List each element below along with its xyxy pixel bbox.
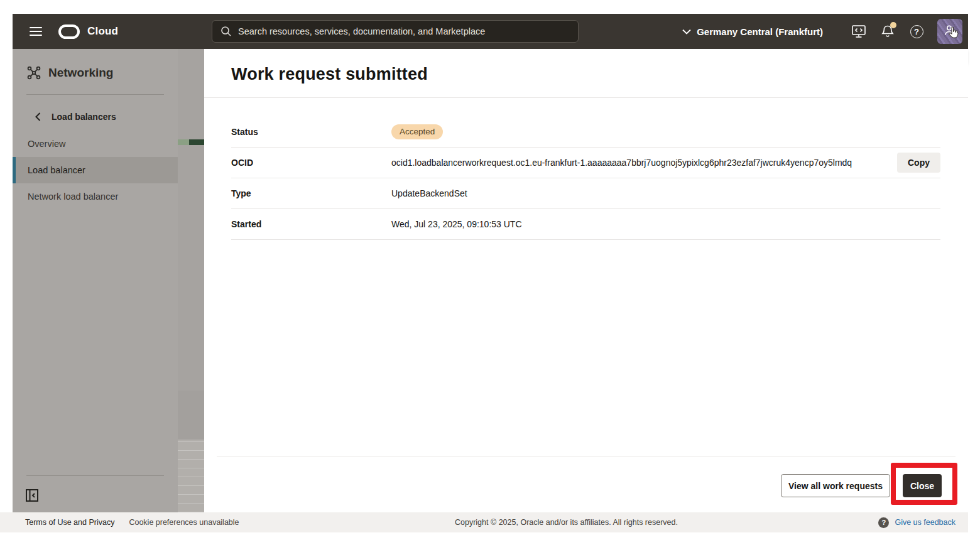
navigation-sidebar: Networking Load balancers Overview Load … (13, 49, 178, 512)
terms-link[interactable]: Terms of Use and Privacy (25, 518, 114, 527)
help-icon: ? (910, 25, 923, 38)
region-selector[interactable]: Germany Central (Frankfurt) (682, 26, 823, 37)
networking-icon (26, 65, 41, 80)
chevron-down-icon (682, 29, 691, 35)
cloud-shell-button[interactable] (851, 23, 867, 40)
row-status: Status Accepted (231, 117, 940, 148)
dimmed-map-texture (178, 440, 204, 512)
row-label: Started (231, 219, 391, 229)
close-button[interactable]: Close (903, 474, 942, 497)
dimmed-background-strip (178, 49, 204, 512)
sidebar-back-label: Load balancers (52, 112, 116, 122)
page-footer: Terms of Use and Privacy Cookie preferen… (0, 512, 968, 532)
sidebar-item-overview[interactable]: Overview (13, 131, 178, 157)
region-label: Germany Central (Frankfurt) (697, 26, 823, 37)
sidebar-item-network-load-balancer[interactable]: Network load balancer (13, 183, 178, 210)
copyright-text: Copyright © 2025, Oracle and/or its affi… (455, 512, 678, 532)
row-label: Status (231, 127, 391, 137)
started-value: Wed, Jul 23, 2025, 09:10:53 UTC (391, 219, 522, 229)
oracle-logo (58, 24, 80, 39)
title-divider (204, 97, 968, 98)
row-type: Type UpdateBackendSet (231, 178, 940, 209)
status-badge: Accepted (391, 124, 443, 139)
search-icon (220, 26, 232, 37)
row-ocid: OCID ocid1.loadbalancerworkrequest.oc1.e… (231, 148, 940, 178)
type-value: UpdateBackendSet (391, 188, 467, 198)
page-root: Cloud Germany Central (Frankfurt) (0, 0, 980, 545)
global-search[interactable] (212, 20, 579, 43)
brand-label: Cloud (87, 25, 118, 38)
actions-divider (217, 456, 956, 456)
collapse-panel-icon (25, 488, 39, 502)
console-icon (851, 24, 866, 38)
sidebar-item-load-balancer[interactable]: Load balancer (13, 157, 178, 183)
sidebar-divider (26, 94, 164, 95)
top-header: Cloud Germany Central (Frankfurt) (13, 14, 968, 49)
ocid-value: ocid1.loadbalancerworkrequest.oc1.eu-fra… (391, 158, 852, 168)
profile-menu-button[interactable] (937, 19, 962, 44)
help-button[interactable]: ? (908, 23, 925, 40)
search-input[interactable] (238, 26, 578, 36)
brand-home-link[interactable]: Cloud (58, 24, 118, 39)
back-chevron-icon (35, 112, 41, 121)
sidebar-bottom-divider (26, 475, 164, 476)
row-label: OCID (231, 158, 391, 168)
dimmed-content-block (178, 391, 204, 442)
notification-badge-dot (890, 22, 896, 28)
header-right-cluster: Germany Central (Frankfurt) ? (682, 19, 962, 44)
row-started: Started Wed, Jul 23, 2025, 09:10:53 UTC (231, 209, 940, 240)
dimmed-chart-band (178, 139, 204, 145)
detail-rows: Status Accepted OCID ocid1.loadbalancerw… (231, 117, 940, 240)
feedback-link[interactable]: Give us feedback (895, 518, 956, 527)
hand-cursor-icon (948, 27, 960, 40)
panel-title: Work request submitted (231, 65, 428, 84)
footer-left-links: Terms of Use and Privacy Cookie preferen… (25, 512, 239, 532)
copy-button[interactable]: Copy (897, 153, 940, 173)
question-circle-icon: ? (878, 517, 889, 528)
footer-feedback-cluster: ? Give us feedback (878, 512, 956, 532)
notifications-button[interactable] (879, 23, 896, 40)
view-all-work-requests-button[interactable]: View all work requests (781, 474, 890, 497)
row-label: Type (231, 188, 391, 198)
collapse-sidebar-button[interactable] (25, 488, 39, 502)
sidebar-back-load-balancers[interactable]: Load balancers (35, 112, 116, 122)
sidebar-item-list: Overview Load balancer Network load bala… (13, 131, 178, 210)
cookie-preferences-text: Cookie preferences unavailable (129, 518, 239, 527)
hamburger-icon[interactable] (30, 27, 42, 36)
work-request-panel: Work request submitted Status Accepted O… (204, 49, 968, 512)
sidebar-title: Networking (48, 66, 113, 80)
sidebar-section-header: Networking (13, 49, 178, 80)
